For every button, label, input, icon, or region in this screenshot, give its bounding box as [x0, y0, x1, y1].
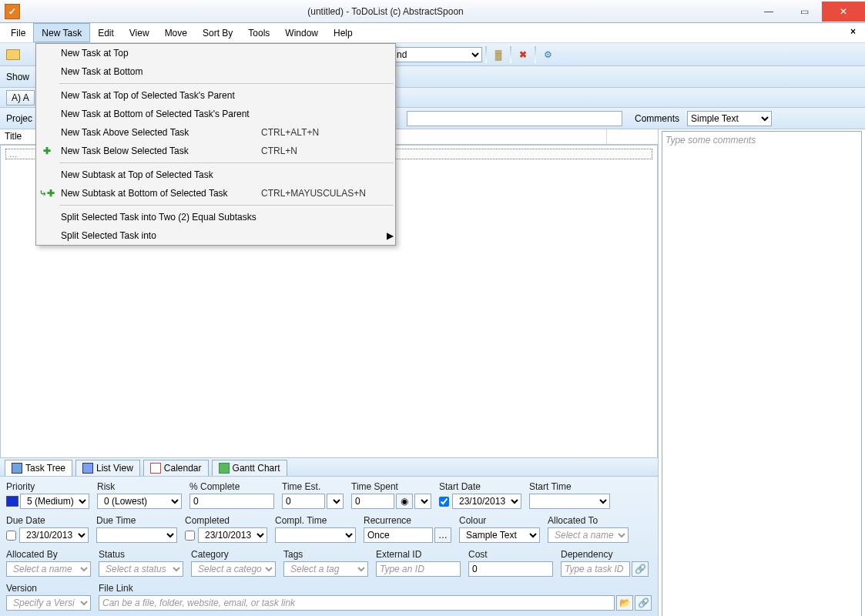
- recurrence-input[interactable]: [364, 527, 433, 543]
- comments-textarea[interactable]: Type some comments: [662, 131, 862, 616]
- starttime-select[interactable]: [529, 494, 610, 509]
- extid-input[interactable]: [376, 561, 461, 577]
- timeest-input[interactable]: [282, 494, 325, 509]
- dependency-link-icon[interactable]: 🔗: [632, 561, 649, 577]
- duedate-check[interactable]: [6, 531, 16, 541]
- colour-select[interactable]: Sample Text: [459, 527, 540, 543]
- menu-edit[interactable]: Edit: [90, 23, 122, 42]
- duedate-label: Due Date: [6, 515, 89, 526]
- timeest-unit-select[interactable]: H: [327, 494, 344, 509]
- menuitem-new-task-above[interactable]: New Task Above Selected TaskCTRL+ALT+N: [36, 123, 395, 142]
- priority-select[interactable]: 5 (Medium): [20, 494, 89, 509]
- dependency-label: Dependency: [561, 549, 649, 560]
- maximize-button[interactable]: ▭: [786, 2, 822, 22]
- menuitem-new-task-below[interactable]: ✚New Task Below Selected TaskCTRL+N: [36, 142, 395, 160]
- menu-view[interactable]: View: [122, 23, 157, 42]
- menu-tools[interactable]: Tools: [240, 23, 277, 42]
- filter-icon[interactable]: ▓: [490, 46, 507, 63]
- duetime-select[interactable]: [96, 527, 177, 543]
- list-icon: [82, 463, 93, 474]
- timespent-input[interactable]: [351, 494, 394, 509]
- menu-file[interactable]: File: [3, 23, 33, 42]
- extid-label: External ID: [376, 549, 461, 560]
- tab-list-view[interactable]: List View: [75, 460, 140, 476]
- timespent-unit-select[interactable]: H: [414, 494, 431, 509]
- plus-indent-icon: ⤷✚: [39, 188, 55, 199]
- allocto-select[interactable]: Select a name: [548, 527, 629, 543]
- project-label: Projec: [6, 113, 32, 124]
- recurrence-more-button[interactable]: …: [434, 527, 451, 543]
- comments-label: Comments: [635, 113, 679, 124]
- menu-sort-by[interactable]: Sort By: [195, 23, 240, 42]
- dependency-input[interactable]: [561, 561, 630, 577]
- open-icon[interactable]: [5, 46, 22, 63]
- menu-separator: [59, 205, 394, 206]
- allocto-label: Allocated To: [548, 515, 629, 526]
- cost-label: Cost: [468, 549, 553, 560]
- category-select[interactable]: Select a catego: [191, 561, 276, 577]
- startdate-check[interactable]: [439, 497, 449, 507]
- tags-label: Tags: [283, 549, 368, 560]
- browse-icon[interactable]: 📂: [616, 595, 633, 611]
- comments-type-select[interactable]: Simple Text: [687, 111, 772, 126]
- allocby-select[interactable]: Select a name: [6, 561, 91, 577]
- menu-new-task[interactable]: New Task: [33, 23, 90, 42]
- completed-check[interactable]: [185, 531, 195, 541]
- plus-icon: ✚: [43, 146, 51, 156]
- status-label: Status: [99, 549, 183, 560]
- completed-select[interactable]: 23/10/2013: [198, 527, 267, 543]
- category-label: Category: [191, 549, 276, 560]
- minimize-button[interactable]: —: [751, 2, 786, 22]
- menuitem-new-task-top-parent[interactable]: New Task at Top of Selected Task's Paren…: [36, 86, 395, 105]
- menu-window[interactable]: Window: [277, 23, 326, 42]
- pct-input[interactable]: [189, 494, 274, 509]
- delete-icon[interactable]: ✖: [515, 46, 531, 63]
- startdate-label: Start Date: [439, 481, 521, 492]
- gantt-icon: [219, 463, 230, 474]
- startdate-select[interactable]: 23/10/2013: [452, 494, 521, 509]
- compltime-select[interactable]: [275, 527, 356, 543]
- toolbar-separator: [485, 46, 487, 63]
- menuitem-new-task-top[interactable]: New Task at Top: [36, 44, 395, 62]
- tags-select[interactable]: Select a tag: [283, 561, 368, 577]
- filelink-input[interactable]: [99, 595, 615, 611]
- duetime-label: Due Time: [96, 515, 177, 526]
- allocby-label: Allocated By: [6, 549, 91, 560]
- comments-panel: Type some comments: [659, 129, 865, 616]
- starttime-label: Start Time: [529, 481, 610, 492]
- status-select[interactable]: Select a status: [99, 561, 183, 577]
- version-select[interactable]: Specify a Versi: [6, 595, 91, 611]
- tab-task-tree[interactable]: Task Tree: [5, 460, 72, 476]
- menuitem-new-subtask-bottom[interactable]: ⤷✚New Subtask at Bottom of Selected Task…: [36, 184, 395, 203]
- toolbar-separator: [535, 46, 536, 63]
- menu-separator: [59, 83, 394, 84]
- menuitem-new-subtask-top[interactable]: New Subtask at Top of Selected Task: [36, 166, 395, 184]
- menuitem-new-task-bottom-parent[interactable]: New Task at Bottom of Selected Task's Pa…: [36, 105, 395, 123]
- close-button[interactable]: ✕: [822, 2, 865, 22]
- tab-calendar[interactable]: Calendar: [143, 460, 209, 476]
- menuitem-split-two[interactable]: Split Selected Task into Two (2) Equal S…: [36, 208, 395, 226]
- timer-icon[interactable]: ◉: [396, 494, 413, 509]
- mdi-close-button[interactable]: ×: [844, 23, 862, 42]
- app-icon: ✓: [5, 4, 20, 19]
- cost-input[interactable]: [468, 561, 553, 577]
- filter-a-button[interactable]: A) A: [6, 90, 35, 105]
- risk-select[interactable]: 0 (Lowest): [97, 494, 182, 509]
- tab-gantt[interactable]: Gantt Chart: [212, 460, 287, 476]
- gear-icon[interactable]: ⚙: [539, 46, 556, 63]
- new-task-dropdown: New Task at Top New Task at Bottom New T…: [35, 43, 396, 246]
- open-link-icon[interactable]: 🔗: [635, 595, 652, 611]
- menu-help[interactable]: Help: [326, 23, 360, 42]
- menu-move[interactable]: Move: [157, 23, 195, 42]
- priority-label: Priority: [6, 481, 89, 492]
- menuitem-split-into[interactable]: Split Selected Task into▶: [36, 226, 395, 245]
- priority-swatch: [6, 496, 18, 507]
- colour-label: Colour: [459, 515, 540, 526]
- duedate-select[interactable]: 23/10/2013: [19, 527, 89, 543]
- menuitem-new-task-bottom[interactable]: New Task at Bottom: [36, 62, 395, 81]
- filelink-label: File Link: [99, 583, 652, 594]
- tree-icon: [12, 463, 22, 474]
- project-name-input[interactable]: [407, 111, 622, 126]
- pct-label: % Complete: [189, 481, 274, 492]
- find-combo[interactable]: nd: [390, 47, 482, 62]
